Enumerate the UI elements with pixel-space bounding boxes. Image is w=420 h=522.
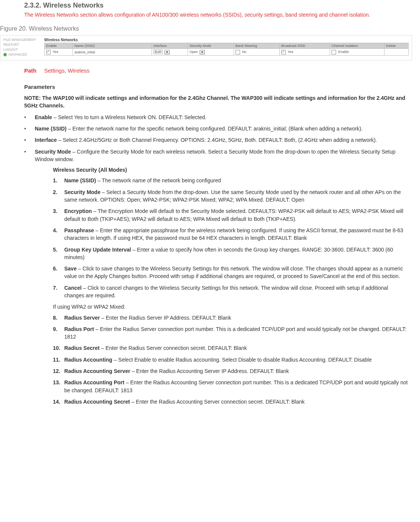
broadcast-value: Yes	[288, 50, 293, 54]
term-text: – Configure the Security Mode for each w…	[35, 149, 395, 162]
sidebar-restart[interactable]: RESTART	[3, 43, 41, 47]
panel-title: Wireless Networks	[44, 38, 409, 42]
screenshot-main: Wireless Networks Enable Name (SSID) Int…	[44, 38, 409, 56]
security-value: Open	[189, 50, 198, 54]
list-item: Name (SSID) – Enter the network name for…	[24, 125, 409, 132]
cell-interface[interactable]: Both	[152, 49, 188, 56]
term-text: – Enter the Radius Server connection por…	[64, 326, 406, 340]
term: Enable	[35, 114, 52, 120]
parameters-block: Parameters NOTE: The WAP100 will indicat…	[24, 83, 409, 405]
list-item: Passphrase – Enter the appropriate passp…	[53, 227, 409, 242]
security-dropdown-button[interactable]	[200, 50, 205, 54]
chiso-value: Enable	[338, 50, 349, 54]
list-item: Security Mode – Configure the Security M…	[24, 148, 409, 406]
sidebar-advanced[interactable]: ADVANCED	[3, 53, 41, 56]
term-text: – Enter the Radius Server connection sec…	[99, 345, 247, 351]
term-text: – Select 2.4GHz/5GHz or Both Channel Fre…	[57, 137, 377, 143]
list-item: Group Key Update Interval – Enter a valu…	[53, 246, 409, 261]
term-text: – Click to cancel changes to the Wireles…	[64, 285, 388, 298]
term: Cancel	[64, 285, 82, 291]
list-item: Radius Accounting Port – Enter the Radiu…	[53, 379, 409, 394]
parameters-heading: Parameters	[24, 83, 409, 91]
term: Radius Server	[64, 315, 100, 321]
term: Encryption	[64, 208, 92, 214]
term: Security Mode	[64, 189, 101, 195]
col-name: Name (SSID)	[73, 43, 152, 49]
broadcast-checkbox[interactable]	[281, 50, 286, 54]
list-item: Radius Port – Enter the Radius Server co…	[53, 325, 409, 341]
term-text: – Select Yes to turn a Wireless Network …	[52, 114, 206, 120]
term: Interface	[35, 137, 57, 143]
cell-enable[interactable]: Yes	[45, 49, 73, 56]
interface-dropdown-button[interactable]	[164, 50, 170, 54]
screenshot-sidebar: FILE MANAGEMENT RESTART LOGOUT ADVANCED	[3, 38, 41, 56]
col-chiso: Channel Isolation	[330, 43, 384, 49]
list-item: Security Mode – Select a Security Mode f…	[53, 188, 409, 204]
path-value: Settings, Wireless	[44, 67, 90, 74]
term: Passphrase	[64, 227, 94, 233]
list-item: Radius Accounting – Select Enable to ena…	[53, 356, 409, 364]
cell-security[interactable]: Open	[188, 49, 234, 56]
list-item: Radius Secret – Enter the Radius Server …	[53, 344, 409, 352]
term: Radius Accounting Secret	[64, 399, 130, 405]
list-item: Encryption – The Encryption Mode will de…	[53, 207, 409, 223]
bandsteer-checkbox[interactable]	[236, 50, 240, 54]
cell-bandsteer[interactable]: No	[234, 49, 279, 56]
cell-name[interactable]: araknis_initial	[73, 49, 152, 56]
term: Save	[64, 266, 77, 272]
term: Name (SSID)	[64, 177, 96, 183]
page-root: 2.3.2. Wireless Networks The Wireless Ne…	[0, 2, 420, 424]
term: Radius Secret	[64, 345, 99, 351]
term: Radius Accounting Port	[64, 379, 124, 385]
section-heading: 2.3.2. Wireless Networks	[24, 2, 420, 9]
term-text: – Select a Security Mode from the drop-d…	[64, 189, 401, 203]
cell-delete[interactable]	[384, 49, 408, 56]
list-item: Radius Accounting Secret – Enter the Rad…	[53, 398, 409, 405]
numbered-list-b: Radius Server – Enter the Radius Server …	[53, 314, 409, 406]
list-item: Radius Server – Enter the Radius Server …	[53, 314, 409, 322]
numbered-list-a: Name (SSID) – The network name of the ne…	[53, 177, 409, 299]
table-header-row: Enable Name (SSID) Interface Security Mo…	[45, 43, 409, 49]
section-intro: The Wireless Networks section allows con…	[24, 11, 417, 19]
table-row: Yes araknis_initial Both Open No	[45, 49, 409, 56]
term-text: – Enter the Radius Server IP Address. DE…	[100, 315, 231, 321]
list-item: Save – Click to save changes to the Wire…	[53, 265, 409, 280]
enable-value: Yes	[53, 50, 58, 54]
sidebar-logout[interactable]: LOGOUT	[3, 48, 41, 51]
term: Radius Accounting	[64, 357, 112, 363]
wireless-security-title: Wireless Security (All Modes)	[53, 166, 409, 174]
path-row: Path Settings, Wireless	[24, 67, 420, 74]
enable-checkbox[interactable]	[46, 50, 51, 54]
term: Radius Port	[64, 326, 94, 332]
term: Name (SSID)	[35, 126, 67, 132]
term: Security Mode	[35, 149, 71, 155]
sidebar-advanced-label: ADVANCED	[8, 53, 27, 56]
networks-table: Enable Name (SSID) Interface Security Mo…	[44, 43, 409, 56]
parameters-note: NOTE: The WAP100 will indicate settings …	[24, 94, 409, 110]
bandsteer-value: No	[242, 50, 246, 54]
term-text: – Enter the network name for the specifi…	[67, 126, 363, 132]
list-item: Name (SSID) – The network name of the ne…	[53, 177, 409, 184]
term-text: – Enter the appropriate passphrase for t…	[64, 227, 403, 241]
term-text: – Select Enable to enable Radius account…	[112, 357, 372, 363]
term-text: – The Encryption Mode will default to th…	[64, 208, 403, 222]
parameters-bullets: Enable – Select Yes to turn a Wireless N…	[24, 113, 409, 406]
chiso-checkbox[interactable]	[332, 50, 336, 54]
cell-broadcast[interactable]: Yes	[279, 49, 330, 56]
term-text: – Enter the Radius Accounting Server con…	[130, 399, 305, 405]
sidebar-file-management[interactable]: FILE MANAGEMENT	[3, 38, 41, 42]
col-delete: Delete	[384, 43, 408, 49]
wireless-networks-screenshot: FILE MANAGEMENT RESTART LOGOUT ADVANCED …	[0, 35, 412, 61]
col-enable: Enable	[45, 43, 73, 49]
wpa2-mixed-note: If using WPA2 or WPA2 Mixed:	[53, 303, 409, 311]
cell-chiso[interactable]: Enable	[330, 49, 384, 56]
term: Radius Accounting Server	[64, 368, 130, 374]
figure-caption: Figure 20. Wireless Networks	[0, 25, 420, 32]
path-label: Path	[24, 67, 43, 74]
term: Group Key Update Interval	[64, 247, 131, 253]
list-item: Cancel – Click to cancel changes to the …	[53, 284, 409, 300]
list-item: Enable – Select Yes to turn a Wireless N…	[24, 113, 409, 121]
col-security: Security Mode	[188, 43, 234, 49]
col-interface: Interface	[152, 43, 188, 49]
wireless-security-subblock: Wireless Security (All Modes) Name (SSID…	[53, 166, 409, 405]
